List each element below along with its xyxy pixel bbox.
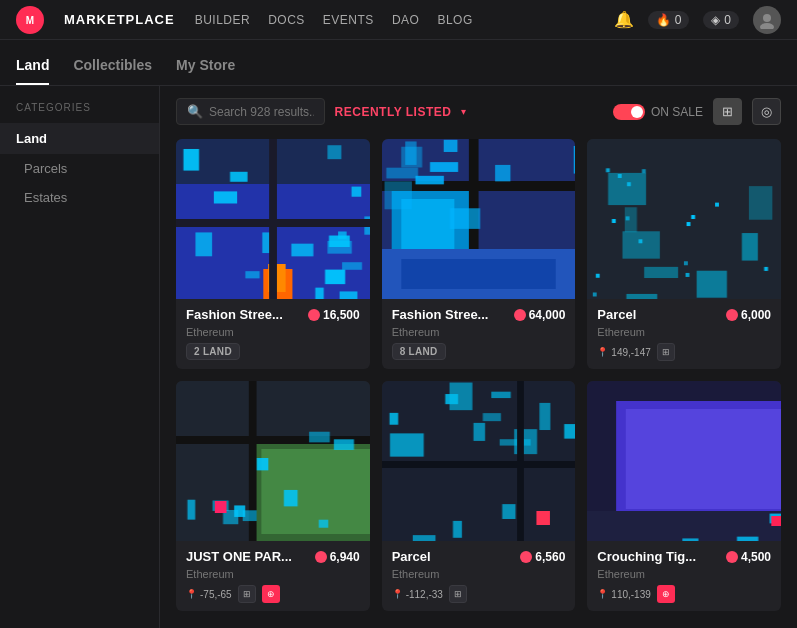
card-image-4 (382, 381, 576, 541)
tab-my-store[interactable]: My Store (176, 57, 235, 85)
brand-label: MARKETPLACE (64, 12, 175, 27)
card-body-0: Fashion Stree... 16,500Ethereum2 LAND (176, 299, 370, 368)
card-meta-0: 2 LAND (186, 343, 360, 360)
card-4[interactable]: Parcel 6,560Ethereum📍 -112,-33⊞ (382, 381, 576, 611)
card-price-1: 64,000 (514, 308, 566, 322)
card-3[interactable]: JUST ONE PAR... 6,940Ethereum📍 -75,-65⊞⊕ (176, 381, 370, 611)
grid-icon-btn-3[interactable]: ⊞ (238, 585, 256, 603)
logo: M (16, 6, 44, 34)
search-input[interactable] (209, 105, 314, 119)
tab-collectibles[interactable]: Collectibles (73, 57, 152, 85)
land-badge-0: 2 LAND (186, 343, 240, 360)
card-price-5: 4,500 (726, 550, 771, 564)
nav-builder[interactable]: BUILDER (195, 13, 251, 27)
badge-group-fire: 🔥 0 (648, 11, 690, 29)
map-view-button[interactable]: ◎ (752, 98, 781, 125)
card-title-row-4: Parcel 6,560 (392, 549, 566, 564)
grid-view-button[interactable]: ⊞ (713, 98, 742, 125)
card-image-1 (382, 139, 576, 299)
card-5[interactable]: Crouching Tig... 4,500Ethereum📍 110,-139… (587, 381, 781, 611)
coord-badge-3: 📍 -75,-65 (186, 589, 232, 600)
on-sale-switch[interactable] (613, 104, 645, 120)
sidebar-item-land[interactable]: Land (0, 123, 159, 154)
card-network-2: Ethereum (597, 326, 771, 338)
card-body-5: Crouching Tig... 4,500Ethereum📍 110,-139… (587, 541, 781, 611)
mana-icon-2 (726, 309, 738, 321)
nav-right: 🔔 🔥 0 ◈ 0 (614, 6, 781, 34)
card-meta-3: 📍 -75,-65⊞⊕ (186, 585, 360, 603)
card-1[interactable]: Fashion Stree... 64,000Ethereum8 LAND (382, 139, 576, 369)
mana-icon-4 (520, 551, 532, 563)
categories-label: CATEGORIES (0, 102, 159, 113)
card-title-row-0: Fashion Stree... 16,500 (186, 307, 360, 322)
card-title-0: Fashion Stree... (186, 307, 283, 322)
coord-badge-5: 📍 110,-139 (597, 589, 650, 600)
cards-grid: Fashion Stree... 16,500Ethereum2 LANDFas… (176, 139, 781, 611)
sort-arrow-icon[interactable]: ▾ (461, 106, 466, 117)
card-title-2: Parcel (597, 307, 636, 322)
sidebar: CATEGORIES Land Parcels Estates (0, 86, 160, 628)
card-title-1: Fashion Stree... (392, 307, 489, 322)
card-body-2: Parcel 6,000Ethereum📍 149,-147⊞ (587, 299, 781, 369)
grid-icon-btn-4[interactable]: ⊞ (449, 585, 467, 603)
svg-point-2 (763, 14, 771, 22)
card-network-0: Ethereum (186, 326, 360, 338)
pin-icon-2: 📍 (597, 347, 608, 357)
card-network-5: Ethereum (597, 568, 771, 580)
card-title-4: Parcel (392, 549, 431, 564)
card-title-row-1: Fashion Stree... 64,000 (392, 307, 566, 322)
mana-icon-1 (514, 309, 526, 321)
sidebar-item-parcels[interactable]: Parcels (0, 154, 159, 183)
sidebar-item-estates[interactable]: Estates (0, 183, 159, 212)
sort-label[interactable]: RECENTLY LISTED (335, 105, 452, 119)
eth-count: 0 (724, 13, 731, 27)
pin-icon-5: 📍 (597, 589, 608, 599)
card-price-4: 6,560 (520, 550, 565, 564)
card-title-row-3: JUST ONE PAR... 6,940 (186, 549, 360, 564)
mana-icon-0 (308, 309, 320, 321)
card-meta-1: 8 LAND (392, 343, 566, 360)
card-price-2: 6,000 (726, 308, 771, 322)
nav-blog[interactable]: BLOG (437, 13, 472, 27)
on-sale-toggle: ON SALE (613, 104, 703, 120)
pink-icon-btn-5[interactable]: ⊕ (657, 585, 675, 603)
badge-group-eth: ◈ 0 (703, 11, 739, 29)
card-meta-5: 📍 110,-139⊕ (597, 585, 771, 603)
card-title-5: Crouching Tig... (597, 549, 696, 564)
main-layout: CATEGORIES Land Parcels Estates 🔍 RECENT… (0, 86, 797, 628)
bell-icon[interactable]: 🔔 (614, 10, 634, 29)
search-icon: 🔍 (187, 104, 203, 119)
on-sale-label: ON SALE (651, 105, 703, 119)
avatar[interactable] (753, 6, 781, 34)
card-image-5 (587, 381, 781, 541)
nav-docs[interactable]: DOCS (268, 13, 305, 27)
grid-icon-btn-2[interactable]: ⊞ (657, 343, 675, 361)
nav-events[interactable]: EVENTS (323, 13, 374, 27)
pin-icon-3: 📍 (186, 589, 197, 599)
card-network-1: Ethereum (392, 326, 566, 338)
card-image-2 (587, 139, 781, 299)
pink-icon-btn-3[interactable]: ⊕ (262, 585, 280, 603)
card-0[interactable]: Fashion Stree... 16,500Ethereum2 LAND (176, 139, 370, 369)
card-network-4: Ethereum (392, 568, 566, 580)
card-2[interactable]: Parcel 6,000Ethereum📍 149,-147⊞ (587, 139, 781, 369)
nav-dao[interactable]: DAO (392, 13, 420, 27)
mana-icon-5 (726, 551, 738, 563)
coord-badge-2: 📍 149,-147 (597, 347, 650, 358)
mana-icon-3 (315, 551, 327, 563)
card-title-3: JUST ONE PAR... (186, 549, 292, 564)
sec-nav: Land Collectibles My Store (0, 40, 797, 86)
search-wrap: 🔍 (176, 98, 325, 125)
tab-land[interactable]: Land (16, 57, 49, 85)
eth-icon: ◈ (711, 13, 720, 27)
card-body-3: JUST ONE PAR... 6,940Ethereum📍 -75,-65⊞⊕ (176, 541, 370, 611)
svg-point-3 (760, 23, 774, 29)
land-badge-1: 8 LAND (392, 343, 446, 360)
top-nav: M MARKETPLACE BUILDER DOCS EVENTS DAO BL… (0, 0, 797, 40)
nav-links: BUILDER DOCS EVENTS DAO BLOG (195, 13, 594, 27)
card-title-row-2: Parcel 6,000 (597, 307, 771, 322)
svg-text:M: M (26, 15, 34, 26)
card-image-0 (176, 139, 370, 299)
card-meta-4: 📍 -112,-33⊞ (392, 585, 566, 603)
card-body-1: Fashion Stree... 64,000Ethereum8 LAND (382, 299, 576, 368)
